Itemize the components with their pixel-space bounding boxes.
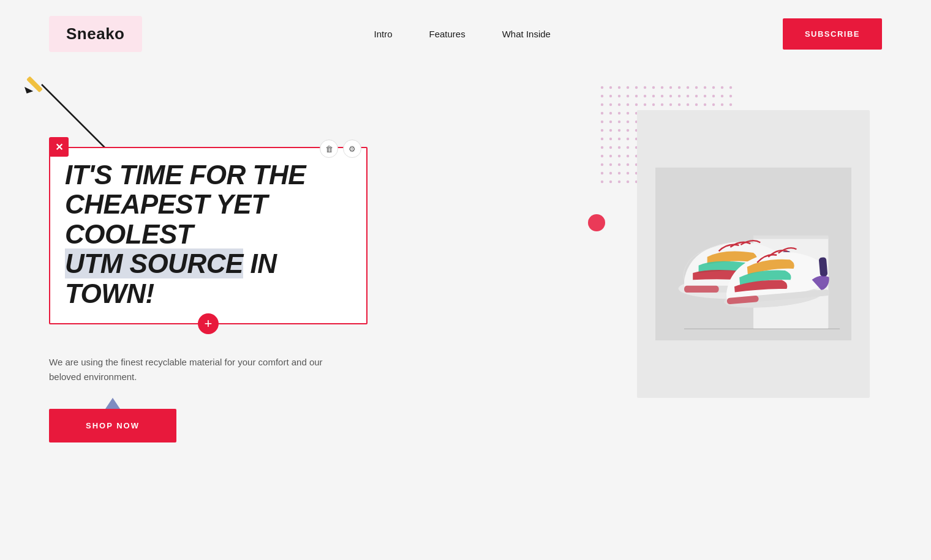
main-nav: Intro Features What Inside [374, 29, 550, 39]
hero-right [612, 92, 882, 398]
triangle-decoration [105, 398, 120, 409]
sneaker-svg [655, 162, 851, 346]
nav-item-features[interactable]: Features [429, 29, 466, 39]
svg-marker-1 [23, 85, 34, 96]
heading-line3: UTM SOURCE IN TOWN! [65, 249, 352, 308]
close-button[interactable]: ✕ [49, 137, 69, 157]
hero-heading: IT'S TIME FOR THE CHEAPEST YET COOLEST U… [65, 160, 352, 308]
hero-text-block: ✕ 🗑 ⚙ IT'S TIME FOR THE CHEAPEST YET COO… [49, 147, 368, 324]
plus-icon: + [205, 316, 213, 332]
heading-line1: IT'S TIME FOR THE [65, 160, 352, 190]
add-row-controls: + [50, 313, 366, 334]
pink-circle-accent [588, 214, 605, 231]
header: Sneako Intro Features What Inside SUBSCR… [0, 0, 931, 67]
shop-now-button[interactable]: SHOP NOW [49, 409, 176, 442]
logo-text: Sneako [66, 24, 125, 43]
svg-rect-12 [684, 286, 718, 293]
main-content: ✕ 🗑 ⚙ IT'S TIME FOR THE CHEAPEST YET COO… [0, 67, 931, 442]
hero-left: ✕ 🗑 ⚙ IT'S TIME FOR THE CHEAPEST YET COO… [49, 92, 576, 442]
shoe-product-image [637, 110, 870, 398]
heading-line2: CHEAPEST YET COOLEST [65, 190, 352, 249]
add-line-left [50, 323, 198, 324]
add-block-button[interactable]: + [198, 313, 219, 334]
editor-controls-right: 🗑 ⚙ [320, 140, 361, 158]
nav-item-intro[interactable]: Intro [374, 29, 392, 39]
logo-box: Sneako [49, 16, 142, 52]
delete-icon: 🗑 [325, 144, 333, 154]
nav-item-what-inside[interactable]: What Inside [502, 29, 551, 39]
add-line-right [219, 323, 366, 324]
shop-btn-wrapper: SHOP NOW [49, 409, 176, 442]
gear-icon: ⚙ [349, 144, 356, 154]
hero-subtitle: We are using the finest recyclable mater… [49, 355, 331, 384]
subscribe-button[interactable]: SUBSCRIBE [783, 18, 882, 50]
heading-line3-highlight: UTM SOURCE [65, 248, 243, 278]
svg-rect-8 [753, 236, 828, 239]
editor-controls-top: ✕ [49, 137, 69, 157]
delete-button[interactable]: 🗑 [320, 140, 338, 158]
settings-button[interactable]: ⚙ [343, 140, 361, 158]
shoe-placeholder [637, 110, 870, 398]
